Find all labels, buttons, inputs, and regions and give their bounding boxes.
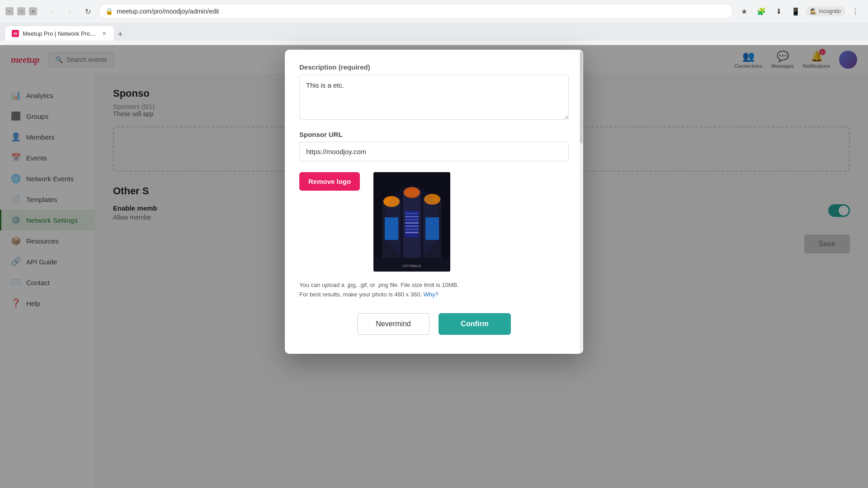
description-textarea[interactable]: This is a etc. xyxy=(299,75,569,120)
window-controls: ─ □ ✕ xyxy=(5,7,37,15)
file-hint-line2: For best results, make your photo is 480… xyxy=(299,291,422,298)
svg-text:CITYWALK: CITYWALK xyxy=(402,264,421,268)
address-bar[interactable]: 🔒 meetup.com/pro/moodjoy/admin/edit xyxy=(99,4,733,19)
file-hint: You can upload a .jpg, .gif, or .png fil… xyxy=(299,281,569,300)
tab-close-button[interactable]: ✕ xyxy=(100,30,108,37)
sponsor-url-label: Sponsor URL xyxy=(299,131,569,138)
sponsor-url-input[interactable] xyxy=(299,142,569,161)
app-container: meetup 🔍 Search events 👥 Connections 💬 M… xyxy=(0,45,868,488)
modal-scrollbar-thumb xyxy=(580,52,583,143)
url-display: meetup.com/pro/moodjoy/admin/edit xyxy=(117,8,726,15)
sponsor-modal: Description (required) This is a etc. Sp… xyxy=(285,50,583,354)
svg-point-19 xyxy=(385,186,439,258)
close-button[interactable]: ✕ xyxy=(29,7,37,15)
reload-button[interactable]: ↻ xyxy=(80,4,95,19)
incognito-badge: 🕵️ Incognito xyxy=(806,6,845,16)
tabs-bar: m Meetup Pro | Network Profile S... ✕ + xyxy=(0,23,868,41)
active-tab[interactable]: m Meetup Pro | Network Profile S... ✕ xyxy=(5,26,114,41)
description-label: Description (required) xyxy=(299,63,569,71)
new-tab-button[interactable]: + xyxy=(114,28,127,41)
device-button[interactable]: 📱 xyxy=(788,4,803,19)
modal-inner: Description (required) This is a etc. Sp… xyxy=(285,50,583,354)
modal-overlay[interactable]: Description (required) This is a etc. Sp… xyxy=(0,45,868,488)
forward-button[interactable]: › xyxy=(62,4,77,19)
tab-title: Meetup Pro | Network Profile S... xyxy=(23,30,97,37)
incognito-label: Incognito xyxy=(819,8,841,14)
nevermind-button[interactable]: Nevermind xyxy=(357,313,429,335)
incognito-icon: 🕵️ xyxy=(810,8,817,14)
menu-button[interactable]: ⋮ xyxy=(848,4,863,19)
logo-preview: CITYWALK xyxy=(373,172,450,272)
remove-logo-button[interactable]: Remove logo xyxy=(299,172,360,191)
download-button[interactable]: ⬇ xyxy=(771,4,786,19)
bookmark-button[interactable]: ★ xyxy=(737,4,751,19)
confirm-button[interactable]: Confirm xyxy=(439,313,511,335)
minimize-button[interactable]: ─ xyxy=(5,7,14,15)
file-hint-line1: You can upload a .jpg, .gif, or .png fil… xyxy=(299,282,459,288)
why-link[interactable]: Why? xyxy=(424,291,439,298)
logo-section: Remove logo xyxy=(299,172,569,272)
browser-top-bar: ─ □ ✕ ‹ › ↻ 🔒 meetup.com/pro/moodjoy/adm… xyxy=(0,0,868,23)
modal-scrollbar[interactable] xyxy=(580,50,583,354)
modal-actions: Nevermind Confirm xyxy=(299,313,569,339)
browser-chrome: ─ □ ✕ ‹ › ↻ 🔒 meetup.com/pro/moodjoy/adm… xyxy=(0,0,868,45)
extensions-button[interactable]: 🧩 xyxy=(754,4,769,19)
back-button[interactable]: ‹ xyxy=(44,4,59,19)
tab-favicon: m xyxy=(12,30,19,37)
lock-icon: 🔒 xyxy=(105,8,113,15)
maximize-button[interactable]: □ xyxy=(17,7,25,15)
browser-actions: ★ 🧩 ⬇ 📱 🕵️ Incognito ⋮ xyxy=(737,4,863,19)
